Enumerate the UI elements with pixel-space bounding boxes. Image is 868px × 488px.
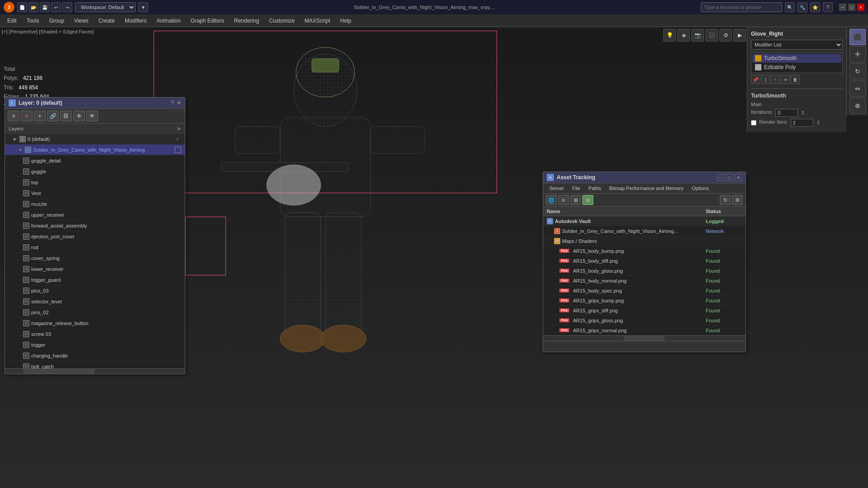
layer-close-button[interactable]: ✕ [177,100,181,106]
settings-btn[interactable]: ⚙ [719,29,732,42]
bookmark-button[interactable]: ⭐ [810,2,820,12]
layer-item-soldier[interactable]: ▼ ○ Soldier_in_Grey_Camo_with_Night_Visi… [5,144,185,155]
modifier-editable-poly[interactable]: Editable Poly [752,63,841,72]
menu-customize[interactable]: Customize [264,16,299,26]
layer-item-forward-assist[interactable]: □ forward_assist_assembly [5,220,185,231]
modifier-copy-btn[interactable]: ⇒ [781,75,790,84]
asset-menu-options[interactable]: Options [688,184,713,192]
menu-rendering[interactable]: Rendering [230,16,263,26]
layer-new-btn[interactable]: + [34,111,46,121]
layer-link-btn[interactable]: 🔗 [47,111,59,121]
layer-item-trigger-guard[interactable]: □ trigger_guard [5,274,185,285]
layer-item-charging-handle[interactable]: □ charging_handle [5,350,185,361]
asset-row-ar15-body-normal[interactable]: PNG AR15_body_normal.png Found [543,276,746,286]
save-button[interactable]: 💾 [40,2,50,12]
layer-item-mag-release[interactable]: □ magazine_release_button [5,318,185,329]
maximize-button[interactable]: □ [848,4,855,11]
rotate-btn[interactable]: ↻ [849,63,866,79]
layer-item-rod[interactable]: □ rod [5,242,185,253]
layer-item-top[interactable]: □ top [5,177,185,188]
asset-menu-server[interactable]: Server [546,184,568,192]
redo-button[interactable]: ↪ [62,2,72,12]
menu-tools[interactable]: Tools [22,16,44,26]
modifier-type-btn[interactable]: | [761,75,770,84]
asset-row-vault[interactable]: V Autodesk Vault Logged [543,216,746,226]
asset-row-soldier-file[interactable]: 3 Soldier_in_Grey_Camo_with_Night_Vision… [543,226,746,236]
layer-item-pins-02[interactable]: □ pins_02 [5,307,185,318]
asset-row-ar15-grips-gloss[interactable]: PNG AR15_grips_gloss.png Found [543,316,746,325]
asset-restore-button[interactable]: □ [726,174,733,181]
material-btn[interactable]: ◈ [677,29,690,42]
layer-hide-btn[interactable]: 👁 [86,111,98,121]
select-btn[interactable]: ⬛ [849,29,866,45]
asset-row-ar15-grips-bump[interactable]: PNG AR15_grips_bump.png Found [543,296,746,306]
close-button[interactable]: ✕ [857,4,864,11]
workspace-dropdown[interactable]: Workspace: Default [75,2,136,12]
modifier-list-dropdown[interactable]: Modifier List [751,40,843,50]
layer-item-screw-03[interactable]: □ screw 03 [5,329,185,339]
new-button[interactable]: 📄 [17,2,27,12]
layer-item-lower-receiver[interactable]: □ lower_receiver [5,264,185,274]
asset-row-maps-folder[interactable]: M Maps / Shaders [543,236,746,246]
layer-unlink-btn[interactable]: ⛓ [60,111,72,121]
modifier-delete-btn[interactable]: 🗑 [791,75,800,84]
asset-menu-file[interactable]: File [568,184,584,192]
asset-row-ar15-grips-diff[interactable]: PNG AR15_grips_diff.png Found [543,306,746,316]
layer-item-cover-spring[interactable]: □ cover_spring [5,253,185,264]
camera-btn[interactable]: 📷 [691,29,704,42]
menu-group[interactable]: Group [45,16,69,26]
undo-button[interactable]: ↩ [51,2,61,12]
place-btn[interactable]: ⊕ [849,98,866,114]
layer-freeze-btn[interactable]: ❄ [73,111,85,121]
help-button[interactable]: ? [823,2,833,12]
layer-item-bolt-catch[interactable]: □ bolt_catch [5,361,185,368]
minimize-button[interactable]: ─ [839,4,846,11]
layer-expand-all[interactable]: ▶ [178,125,181,131]
render-iters-input[interactable] [791,119,813,127]
asset-row-ar15-grips-normal[interactable]: PNG AR15_grips_normal.png Found [543,325,746,335]
asset-list[interactable]: V Autodesk Vault Logged 3 Soldier_in_Gre… [543,216,746,335]
asset-table-btn[interactable]: ⊞ [570,195,581,205]
pin-btn[interactable]: 📌 [751,75,760,84]
layer-item-upper-receiver[interactable]: □ upper_receiver [5,209,185,220]
iterations-arrows[interactable]: ⇕ [801,110,805,116]
layer-item-trigger[interactable]: □ trigger [5,339,185,350]
asset-server-btn[interactable]: 🌐 [546,195,557,205]
layer-item-selector-lever[interactable]: □ selector_lever [5,296,185,307]
layer-item-muzzle[interactable]: □ muzzle [5,199,185,209]
light-btn[interactable]: 💡 [663,29,676,42]
asset-row-ar15-body-diff[interactable]: PNG AR15_body_diff.png Found [543,256,746,266]
layer-item-pins-03[interactable]: □ pins_03 [5,285,185,296]
menu-modifiers[interactable]: Modifiers [120,16,151,26]
layer-add-btn[interactable]: ≡ [8,111,19,121]
search-input[interactable] [701,2,782,12]
menu-views[interactable]: Views [70,16,93,26]
menu-animation[interactable]: Animation [152,16,185,26]
asset-row-ar15-body-gloss[interactable]: PNG AR15_body_gloss.png Found [543,266,746,276]
asset-list-btn[interactable]: ≡ [558,195,569,205]
more-btn[interactable]: ▶ [733,29,746,42]
asset-refresh-btn[interactable]: ↻ [720,195,731,205]
asset-menu-paths[interactable]: Paths [585,184,605,192]
layers-list[interactable]: ▶ L 0 (default) ✓ ▼ ○ Soldier_in_Grey_Ca… [5,134,185,368]
layer-item-goggle-detail[interactable]: □ goggle_detail [5,155,185,166]
asset-menu-bitmap-perf[interactable]: Bitmap Performance and Memory [605,184,687,192]
asset-row-ar15-body-bump[interactable]: PNG AR15_body_bump.png Found [543,246,746,256]
layer-help-button[interactable]: ? [171,100,174,106]
modifier-turbosmooth[interactable]: TurboSmooth [752,54,841,63]
tools-button[interactable]: 🔧 [798,2,807,12]
menu-create[interactable]: Create [94,16,119,26]
asset-scrollbar[interactable] [543,335,746,341]
asset-row-ar15-body-spec[interactable]: PNG AR15_body_spec.png Found [543,286,746,296]
search-button[interactable]: 🔍 [785,2,795,12]
layer-item-vest[interactable]: □ Vest [5,188,185,199]
modifier-move-btn[interactable]: ↑ [771,75,780,84]
menu-graph-editors[interactable]: Graph Editors [186,16,229,26]
layer-delete-btn[interactable]: ✕ [21,111,33,121]
scale-btn[interactable]: ⇔ [849,80,866,97]
asset-grid-btn[interactable]: ⊟ [582,195,593,205]
open-button[interactable]: 📂 [28,2,38,12]
layer-scrollbar[interactable] [5,368,185,374]
asset-close-button[interactable]: ✕ [735,174,742,181]
render-iters-arrows[interactable]: ⇕ [816,120,821,126]
